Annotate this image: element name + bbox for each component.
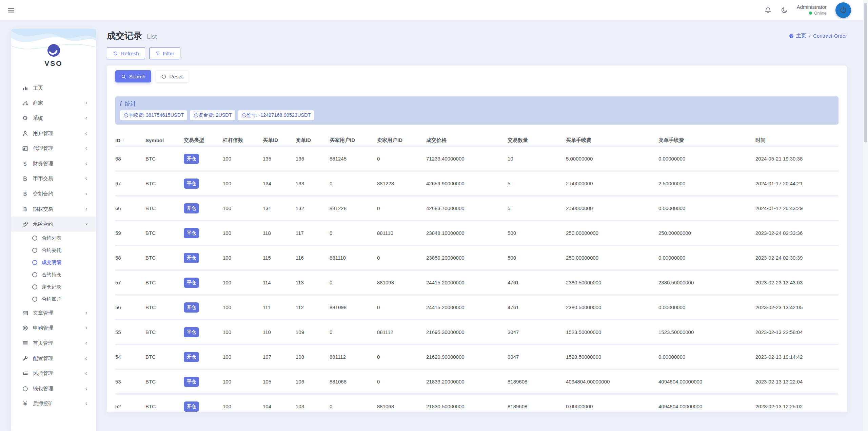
sidebar-item-永续合约[interactable]: 永续合约	[11, 217, 96, 232]
sidebar-subitem-合约持仓[interactable]: 合约持仓	[11, 269, 96, 281]
sidebar-subitem-合约委托[interactable]: 合约委托	[11, 244, 96, 256]
sidebar-item-币币交易[interactable]: B币币交易	[11, 171, 96, 187]
cell-Symbol: BTC	[145, 404, 184, 409]
dark-mode-moon-icon[interactable]	[781, 6, 788, 14]
scrollbar-thumb[interactable]	[864, 3, 867, 143]
column-header-ID[interactable]: ID↑	[115, 137, 145, 143]
notifications-bell-icon[interactable]	[764, 6, 772, 14]
user-menu[interactable]: Administrator Online	[797, 4, 827, 16]
sidebar-item-质押挖矿[interactable]: ¥质押挖矿	[11, 396, 96, 412]
chevron-left-icon	[84, 387, 88, 391]
gear-icon: ⚙	[21, 115, 29, 121]
sidebar-item-钱包管理[interactable]: 钱包管理	[11, 381, 96, 396]
table-row: 56BTC开仓100111112881098024415.20000000476…	[115, 296, 839, 319]
cell-成交价格: 21695.30000000	[426, 329, 508, 335]
sidebar-subitem-合约账户[interactable]: 合约账户	[11, 293, 96, 305]
cell-买单ID: 115	[263, 255, 296, 261]
cell-成交价格: 21620.90000000	[426, 354, 508, 360]
search-button[interactable]: Search	[115, 70, 151, 82]
cell-交易数量: 3047	[508, 354, 566, 360]
cell-杠杆倍数: 100	[223, 404, 263, 409]
cell-买单ID: 107	[263, 354, 296, 360]
cell-买单手续费: 1523.50000000	[566, 329, 658, 335]
chevron-left-icon	[84, 176, 88, 181]
cell-买家用户ID: 881245	[330, 156, 377, 162]
sidebar-item-期权交易[interactable]: ฿期权交易	[11, 202, 96, 217]
cell-ID: 55	[115, 329, 145, 335]
cell-买家用户ID: 0	[330, 329, 377, 335]
cell-Symbol: BTC	[145, 156, 184, 162]
cell-交易数量: 8189608	[508, 379, 566, 385]
cell-卖家用户ID: 0	[377, 354, 426, 360]
chevron-left-icon	[84, 131, 88, 136]
cell-卖家用户ID: 0	[377, 304, 426, 310]
refresh-button[interactable]: Refresh	[107, 47, 145, 59]
sidebar-item-代理管理[interactable]: 代理管理	[11, 141, 96, 156]
cell-交易类型: 平仓	[184, 228, 223, 238]
sidebar-subitem-合约列表[interactable]: 合约列表	[11, 232, 96, 244]
cell-买单手续费: 5.00000000	[566, 156, 658, 162]
column-header-交易数量: 交易数量	[508, 137, 566, 144]
sidebar-item-文章管理[interactable]: 文章管理	[11, 305, 96, 321]
sidebar-item-申购管理[interactable]: 申购管理	[11, 321, 96, 336]
cell-杠杆倍数: 100	[223, 205, 263, 211]
statistics-panel: i 统计 总手续费: 381754615USDT总资金费: 2USDT总盈亏: …	[115, 96, 839, 125]
sidebar-item-系统[interactable]: ⚙系统	[11, 111, 96, 126]
sidebar-item-交割合约[interactable]: ฿交割合约	[11, 186, 96, 202]
table-row: 59BTC平仓100118117088111023848.10000000500…	[115, 221, 839, 245]
cell-Symbol: BTC	[145, 280, 184, 285]
sidebar-item-用户管理[interactable]: 用户管理	[11, 126, 96, 141]
cell-卖单ID: 117	[296, 230, 330, 236]
chevron-left-icon	[84, 356, 88, 361]
trade-type-badge: 平仓	[184, 179, 199, 189]
breadcrumb-home-link[interactable]: 主页	[789, 33, 806, 39]
cell-交易数量: 10	[508, 156, 566, 162]
cell-杠杆倍数: 100	[223, 181, 263, 186]
sidebar-item-首页管理[interactable]: 首页管理	[11, 336, 96, 351]
chevron-left-icon	[84, 192, 88, 196]
chart-icon	[21, 85, 29, 91]
cell-卖单手续费: 0.00000000	[658, 205, 755, 211]
sidebar-item-label: 钱包管理	[33, 386, 53, 392]
content-card: Search Reset i 统计 总手续费: 381754615USDT总资金…	[107, 65, 847, 412]
user-avatar[interactable]	[835, 2, 851, 18]
filter-button[interactable]: Filter	[149, 47, 180, 59]
hamburger-menu-icon[interactable]	[7, 6, 15, 14]
sidebar-item-配置管理[interactable]: 配置管理	[11, 351, 96, 366]
sidebar-item-风控管理[interactable]: 风控管理	[11, 366, 96, 381]
brand[interactable]: VSO	[11, 29, 96, 68]
wrench-icon	[21, 355, 29, 362]
user-name: Administrator	[797, 4, 827, 11]
cell-卖单ID: 109	[296, 329, 330, 335]
page-scrollbar[interactable]	[863, 0, 868, 431]
cell-卖单ID: 112	[296, 304, 330, 310]
sidebar-item-财务管理[interactable]: $财务管理	[11, 156, 96, 171]
cell-ID: 53	[115, 379, 145, 385]
sidebar-item-商家[interactable]: 商家	[11, 96, 96, 111]
sidebar-item-label: 用户管理	[33, 130, 53, 137]
column-header-成交价格: 成交价格	[426, 137, 508, 144]
cell-买单手续费: 1523.50000000	[566, 354, 658, 360]
cell-买单手续费: 250.00000000	[566, 230, 658, 236]
cell-卖单手续费: 0.00000000	[658, 156, 755, 162]
sidebar-item-主页[interactable]: 主页	[11, 80, 96, 96]
sidebar-subitem-成交明细[interactable]: 成交明细	[11, 256, 96, 268]
cell-买家用户ID: 0	[330, 230, 377, 236]
cell-买单手续费: 2.50000000	[566, 205, 658, 211]
dollar-icon: $	[21, 161, 29, 167]
cell-交易类型: 开仓	[184, 154, 223, 164]
reset-button[interactable]: Reset	[155, 70, 189, 82]
cell-买单手续费: 2380.50000000	[566, 304, 658, 310]
cell-杠杆倍数: 100	[223, 280, 263, 285]
sidebar-subitem-穿仓记录[interactable]: 穿仓记录	[11, 281, 96, 293]
cell-买单手续费: 2380.50000000	[566, 280, 658, 285]
funnel-icon	[155, 51, 160, 56]
cell-时间: 2023-02-23 13:42:05	[755, 304, 839, 310]
sidebar-menu: 主页商家⚙系统用户管理代理管理$财务管理B币币交易฿交割合约฿期权交易永续合约合…	[11, 80, 96, 411]
sidebar: VSO 主页商家⚙系统用户管理代理管理$财务管理B币币交易฿交割合约฿期权交易永…	[11, 29, 96, 431]
cell-卖单ID: 108	[296, 354, 330, 360]
cell-卖单手续费: 2.50000000	[658, 181, 755, 186]
cell-买家用户ID: 881228	[330, 205, 377, 211]
online-dot-icon	[809, 12, 812, 15]
breadcrumb-current[interactable]: Contract-Order	[813, 33, 847, 39]
